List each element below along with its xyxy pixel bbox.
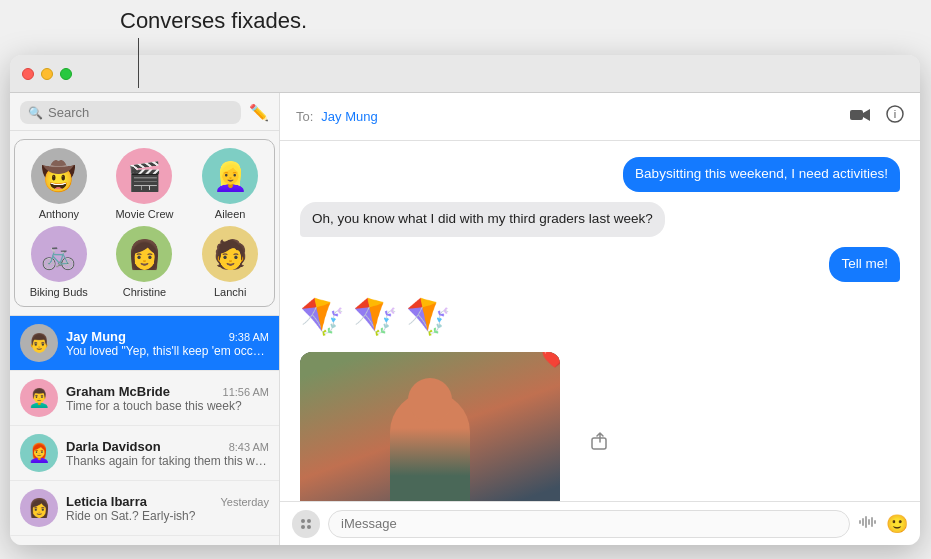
kites-row: 🪁 🪁 🪁 <box>300 296 451 338</box>
svg-rect-12 <box>871 517 873 527</box>
search-icon: 🔍 <box>28 106 43 120</box>
conv-info-grahammcbride: Graham McBride 11:56 AM Time for a touch… <box>66 384 269 413</box>
conv-name-row-grahammcbride: Graham McBride 11:56 AM <box>66 384 269 399</box>
svg-rect-0 <box>850 110 863 120</box>
svg-point-4 <box>301 519 305 523</box>
pinned-label-anthony: Anthony <box>39 208 79 220</box>
svg-point-5 <box>307 519 311 523</box>
pinned-grid: 🤠 Anthony 🎬 Movie Crew 👱‍♀️ Aileen <box>19 148 270 298</box>
conv-name-row-darladavidson: Darla Davidson 8:43 AM <box>66 439 269 454</box>
pinned-label-moviecrew: Movie Crew <box>115 208 173 220</box>
conv-time-grahammcbride: 11:56 AM <box>223 386 269 398</box>
svg-rect-8 <box>859 520 861 524</box>
pinned-section: 🤠 Anthony 🎬 Movie Crew 👱‍♀️ Aileen <box>10 131 279 316</box>
messages-area: Babysitting this weekend, I need activit… <box>280 141 920 501</box>
conv-preview-leticialbarra: Ride on Sat.? Early-ish? <box>66 509 269 523</box>
pinned-item-bikingbuds[interactable]: 🚲 Biking Buds <box>19 226 99 298</box>
conv-item-grahammcbride[interactable]: 👨‍🦱 Graham McBride 11:56 AM Time for a t… <box>10 371 279 426</box>
conv-preview-jaymung: You loved "Yep, this'll keep 'em occupie… <box>66 344 269 358</box>
svg-text:i: i <box>894 108 896 120</box>
msg-row-video: ❤️ ▶ 0:34 -1:16 🔊 ⛶ <box>300 352 900 501</box>
video-player[interactable]: ❤️ ▶ 0:34 -1:16 🔊 ⛶ <box>300 352 560 501</box>
chat-header-icons: i <box>850 105 904 128</box>
emoji-button[interactable]: 🙂 <box>886 513 908 535</box>
svg-rect-11 <box>868 519 870 525</box>
svg-point-6 <box>301 525 305 529</box>
msg-row-tellme: Tell me! <box>300 247 900 282</box>
window-body: 🔍 ✏️ 🤠 Anthony 🎬 Movie Crew <box>10 93 920 545</box>
annotation-text: Converses fixades. <box>120 8 307 34</box>
video-thumbnail <box>300 352 560 501</box>
conv-avatar-jaymung: 👨 <box>20 324 58 362</box>
svg-point-7 <box>307 525 311 529</box>
search-input[interactable] <box>48 105 233 120</box>
kite-emoji-3: 🪁 <box>406 296 451 338</box>
pinned-border: 🤠 Anthony 🎬 Movie Crew 👱‍♀️ Aileen <box>14 139 275 307</box>
bubble-babysitting: Babysitting this weekend, I need activit… <box>623 157 900 192</box>
conv-name-row-leticialbarra: Leticia Ibarra Yesterday <box>66 494 269 509</box>
svg-rect-3 <box>592 438 606 449</box>
conv-time-darladavidson: 8:43 AM <box>229 441 269 453</box>
conv-item-leticialbarra[interactable]: 👩 Leticia Ibarra Yesterday Ride on Sat.?… <box>10 481 279 536</box>
svg-rect-13 <box>874 520 876 524</box>
pinned-label-lanchi: Lanchi <box>214 286 246 298</box>
apps-button[interactable] <box>292 510 320 538</box>
conv-item-jaymung[interactable]: 👨 Jay Mung 9:38 AM You loved "Yep, this'… <box>10 316 279 371</box>
to-label: To: <box>296 109 313 124</box>
conv-item-darladavidson[interactable]: 👩‍🦰 Darla Davidson 8:43 AM Thanks again … <box>10 426 279 481</box>
conv-info-jaymung: Jay Mung 9:38 AM You loved "Yep, this'll… <box>66 329 269 358</box>
conv-name-row-jaymung: Jay Mung 9:38 AM <box>66 329 269 344</box>
close-button[interactable] <box>22 68 34 80</box>
input-bar: 🙂 <box>280 501 920 545</box>
chat-recipient-name[interactable]: Jay Mung <box>321 109 377 124</box>
pinned-item-lanchi[interactable]: 🧑 Lanchi <box>190 226 270 298</box>
sidebar: 🔍 ✏️ 🤠 Anthony 🎬 Movie Crew <box>10 93 280 545</box>
svg-rect-9 <box>862 518 864 526</box>
conv-preview-grahammcbride: Time for a touch base this week? <box>66 399 269 413</box>
video-heart-reaction: ❤️ <box>541 352 560 370</box>
pinned-avatar-bikingbuds: 🚲 <box>31 226 87 282</box>
conv-info-darladavidson: Darla Davidson 8:43 AM Thanks again for … <box>66 439 269 468</box>
conv-preview-darladavidson: Thanks again for taking them this weeken… <box>66 454 269 468</box>
sidebar-top: 🔍 ✏️ <box>10 93 279 131</box>
pinned-item-moviecrew[interactable]: 🎬 Movie Crew <box>105 148 185 220</box>
titlebar <box>10 55 920 93</box>
pinned-label-bikingbuds: Biking Buds <box>30 286 88 298</box>
minimize-button[interactable] <box>41 68 53 80</box>
messages-window: 🔍 ✏️ 🤠 Anthony 🎬 Movie Crew <box>10 55 920 545</box>
kite-emoji-2: 🪁 <box>353 296 398 338</box>
pinned-avatar-anthony: 🤠 <box>31 148 87 204</box>
conv-name-grahammcbride: Graham McBride <box>66 384 170 399</box>
conv-time-leticialbarra: Yesterday <box>220 496 269 508</box>
conv-name-darladavidson: Darla Davidson <box>66 439 161 454</box>
msg-row-babysitting: Babysitting this weekend, I need activit… <box>300 157 900 192</box>
pinned-label-christine: Christine <box>123 286 166 298</box>
info-icon[interactable]: i <box>886 105 904 128</box>
pinned-item-anthony[interactable]: 🤠 Anthony <box>19 148 99 220</box>
conv-avatar-darladavidson: 👩‍🦰 <box>20 434 58 472</box>
search-bar[interactable]: 🔍 <box>20 101 241 124</box>
svg-rect-10 <box>865 516 867 528</box>
video-call-icon[interactable] <box>850 106 870 127</box>
bubble-tellme: Tell me! <box>829 247 900 282</box>
pinned-item-christine[interactable]: 👩 Christine <box>105 226 185 298</box>
audio-waveform-icon[interactable] <box>858 515 878 533</box>
video-person <box>300 352 560 501</box>
compose-button[interactable]: ✏️ <box>249 103 269 122</box>
chat-area: To: Jay Mung i <box>280 93 920 545</box>
conv-avatar-leticialbarra: 👩 <box>20 489 58 527</box>
fullscreen-button[interactable] <box>60 68 72 80</box>
traffic-lights <box>22 68 72 80</box>
pinned-label-aileen: Aileen <box>215 208 246 220</box>
pinned-avatar-aileen: 👱‍♀️ <box>202 148 258 204</box>
video-reaction-wrap: ❤️ ▶ 0:34 -1:16 🔊 ⛶ <box>300 352 560 501</box>
pinned-avatar-christine: 👩 <box>116 226 172 282</box>
msg-row-ohyouknow: Oh, you know what I did with my third gr… <box>300 202 900 237</box>
conversation-list: 👨 Jay Mung 9:38 AM You loved "Yep, this'… <box>10 316 279 545</box>
pinned-item-aileen[interactable]: 👱‍♀️ Aileen <box>190 148 270 220</box>
bubble-ohyouknow: Oh, you know what I did with my third gr… <box>300 202 665 237</box>
conv-time-jaymung: 9:38 AM <box>229 331 269 343</box>
pinned-avatar-moviecrew: 🎬 <box>116 148 172 204</box>
share-button[interactable] <box>590 432 610 456</box>
message-input[interactable] <box>328 510 850 538</box>
